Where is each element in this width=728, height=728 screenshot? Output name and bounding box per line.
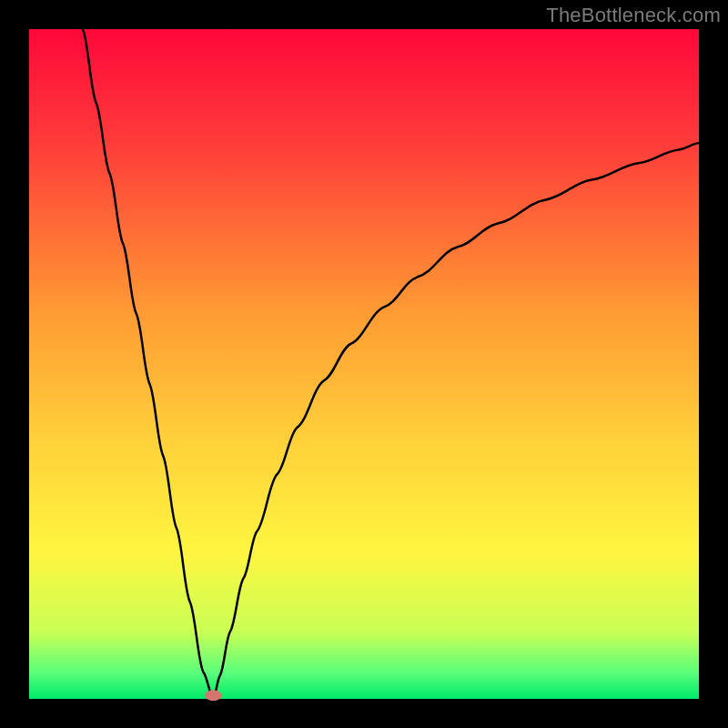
plot-background — [29, 29, 699, 699]
watermark-label: TheBottleneck.com — [546, 4, 721, 27]
bottleneck-chart — [0, 0, 728, 728]
optimum-marker — [205, 690, 221, 701]
chart-frame: TheBottleneck.com — [0, 0, 728, 728]
